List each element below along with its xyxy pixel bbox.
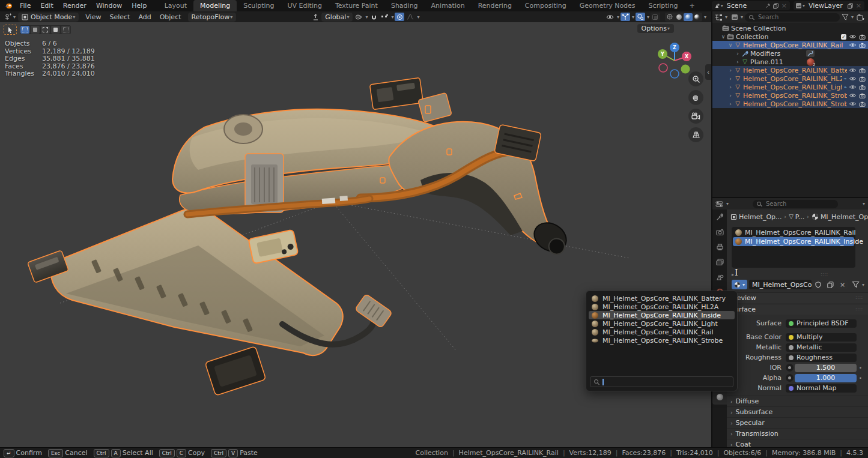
camera-toggle-icon[interactable] — [859, 68, 866, 73]
new-scene-icon[interactable] — [773, 3, 779, 9]
proportional-editing-icon[interactable] — [395, 13, 404, 21]
shading-material-icon[interactable] — [684, 13, 693, 21]
expand-icon[interactable]: › — [727, 76, 734, 82]
expand-icon[interactable]: › — [734, 50, 741, 56]
tab-modeling[interactable]: Modeling — [193, 0, 237, 11]
pin-icon[interactable] — [765, 3, 771, 8]
perspective-grid-icon[interactable] — [688, 127, 703, 142]
properties-options-dropdown[interactable]: ▾ — [863, 201, 865, 206]
menu-help[interactable]: Help — [127, 0, 151, 11]
properties-editor-icon[interactable] — [715, 200, 723, 208]
new-collection-icon[interactable] — [857, 14, 864, 21]
section-subsurface[interactable]: ›Subsurface — [727, 406, 868, 417]
outliner-row-light[interactable]: › ▽ Helmet_OpsCore_RAILINK_Light ⌁ — [712, 83, 868, 91]
expand-icon[interactable]: › — [727, 101, 734, 107]
material-name-field[interactable]: MI_Helmet_OpsCore_RAILINK_In... — [749, 280, 812, 289]
select-extend-icon[interactable] — [31, 26, 40, 34]
breadcrumb-material[interactable]: MI_Helmet_Op... — [821, 213, 868, 221]
show-gizmo-icon[interactable] — [621, 13, 630, 21]
tab-rendering[interactable]: Rendering — [472, 0, 518, 11]
eye-icon[interactable] — [849, 101, 856, 106]
expand-icon[interactable]: › — [727, 84, 734, 90]
expand-icon[interactable]: ∨ — [727, 42, 734, 48]
select-intersect-icon[interactable] — [61, 26, 70, 34]
tab-render-icon[interactable] — [712, 224, 727, 240]
breadcrumb-object[interactable]: Helmet_Op... — [739, 213, 782, 221]
outliner-row-collection[interactable]: ∨ Collection ✓ — [712, 32, 868, 41]
unlink-material-icon[interactable]: × — [837, 280, 848, 289]
new-viewlayer-icon[interactable] — [848, 3, 854, 9]
shading-solid-icon[interactable] — [675, 13, 684, 21]
popup-item-battery[interactable]: MI_Helmet_OpsCore_RAILINK_Battery — [589, 294, 735, 303]
funnel-dropdown[interactable]: ▾ — [862, 282, 864, 288]
ior-link-button[interactable] — [786, 364, 794, 372]
expand-icon[interactable]: › — [727, 92, 734, 98]
snap-target-icon[interactable] — [380, 13, 389, 21]
gizmo-dropdown[interactable]: ▾ — [632, 14, 634, 20]
popup-item-strobe[interactable]: MI_Helmet_OpsCore_RAILINK_Strobe — [589, 336, 735, 345]
menu-select[interactable]: Select — [105, 13, 134, 21]
popup-search-input[interactable] — [607, 378, 730, 386]
editor-type-dropdown[interactable]: ▾ — [13, 14, 16, 20]
outliner-row-modifiers[interactable]: › Modifiers — [712, 49, 868, 58]
outliner-row-battery[interactable]: › ▽ Helmet_OpsCore_RAILINK_Battery — [712, 66, 868, 74]
section-diffuse[interactable]: ›Diffuse — [727, 396, 868, 406]
menu-add[interactable]: Add — [134, 13, 155, 21]
alpha-slider[interactable]: 1.000 — [795, 374, 857, 382]
snap-magnet-icon[interactable] — [369, 13, 378, 21]
xray-toggle-icon[interactable] — [651, 13, 660, 21]
outliner-display-dropdown[interactable]: ▾ — [725, 14, 727, 20]
base-color-field[interactable]: Multiply — [786, 333, 857, 342]
select-subtract-icon[interactable] — [41, 26, 50, 34]
properties-search[interactable] — [753, 200, 838, 208]
outliner-row-plane-011[interactable]: › ▽ Plane.011 2 — [712, 58, 868, 66]
tab-scripting[interactable]: Scripting — [642, 0, 685, 11]
outliner-filter-dropdown[interactable]: ▾ — [741, 14, 743, 20]
tab-animation[interactable]: Animation — [425, 0, 472, 11]
tab-geometry-nodes[interactable]: Geometry Nodes — [573, 0, 642, 11]
material-slot-inside[interactable]: MI_Helmet_OpsCore_RAILINK_Inside — [733, 237, 854, 246]
outliner-row-scene-collection[interactable]: Scene Collection — [712, 24, 868, 32]
expand-arrow-icon[interactable]: ▸ — [732, 272, 734, 277]
tab-material-icon[interactable] — [712, 390, 727, 405]
popup-item-inside[interactable]: MI_Helmet_OpsCore_RAILINK_Inside — [589, 311, 735, 319]
eye-icon[interactable] — [849, 93, 856, 98]
outliner-row-rail[interactable]: ∨ ▽ Helmet_OpsCore_RAILINK_Rail — [712, 41, 868, 49]
menu-edit[interactable]: Edit — [35, 0, 58, 11]
visibility-dropdown[interactable]: ▾ — [617, 14, 619, 20]
expand-icon[interactable]: ∨ — [720, 34, 727, 40]
funnel-filter-icon[interactable] — [852, 281, 860, 288]
orientation-selector[interactable]: Global▾ — [321, 13, 353, 22]
falloff-dropdown[interactable]: ▾ — [417, 14, 419, 20]
outliner-filter-image-icon[interactable] — [731, 14, 738, 20]
retopoflow-menu[interactable]: RetopoFlow▾ — [188, 13, 237, 22]
add-workspace-button[interactable]: + — [685, 0, 700, 11]
camera-toggle-icon[interactable] — [859, 85, 866, 90]
menu-window[interactable]: Window — [91, 0, 127, 11]
metallic-field[interactable]: Metallic — [786, 343, 857, 352]
snap-dropdown[interactable]: ▾ — [391, 14, 393, 20]
tab-texture-paint[interactable]: Texture Paint — [329, 0, 384, 11]
pivot-dropdown[interactable]: ▾ — [365, 14, 368, 20]
options-button[interactable]: Options▾ — [637, 24, 674, 33]
select-box-icon[interactable] — [20, 26, 29, 34]
alpha-link-button[interactable] — [786, 374, 794, 382]
active-tool-select-icon[interactable] — [4, 25, 17, 35]
tab-shading[interactable]: Shading — [384, 0, 425, 11]
shading-wireframe-icon[interactable] — [666, 13, 675, 21]
menu-render[interactable]: Render — [58, 0, 91, 11]
camera-toggle-icon[interactable] — [859, 43, 866, 48]
scene-selector[interactable]: ▾ Scene × — [712, 1, 790, 10]
mode-selector[interactable]: Object Mode ▾ — [18, 13, 79, 22]
roughness-field[interactable]: Roughness — [786, 354, 857, 362]
outliner-row-strobe[interactable]: › ▽ Helmet_OpsCore_RAILINK_Strobe — [712, 91, 868, 100]
show-overlays-icon[interactable] — [636, 13, 645, 21]
properties-search-input[interactable] — [765, 200, 834, 208]
pan-hand-icon[interactable] — [688, 90, 703, 105]
normal-field[interactable]: Normal Map — [786, 384, 857, 393]
section-coat[interactable]: ›Coat — [727, 439, 868, 447]
camera-toggle-icon[interactable] — [859, 93, 866, 98]
outliner-row-hl2a[interactable]: › ▽ Helmet_OpsCore_RAILINK_HL2A ⌁ — [712, 74, 868, 83]
tab-layout[interactable]: Layout — [158, 0, 193, 11]
section-specular[interactable]: ›Specular — [727, 417, 868, 428]
